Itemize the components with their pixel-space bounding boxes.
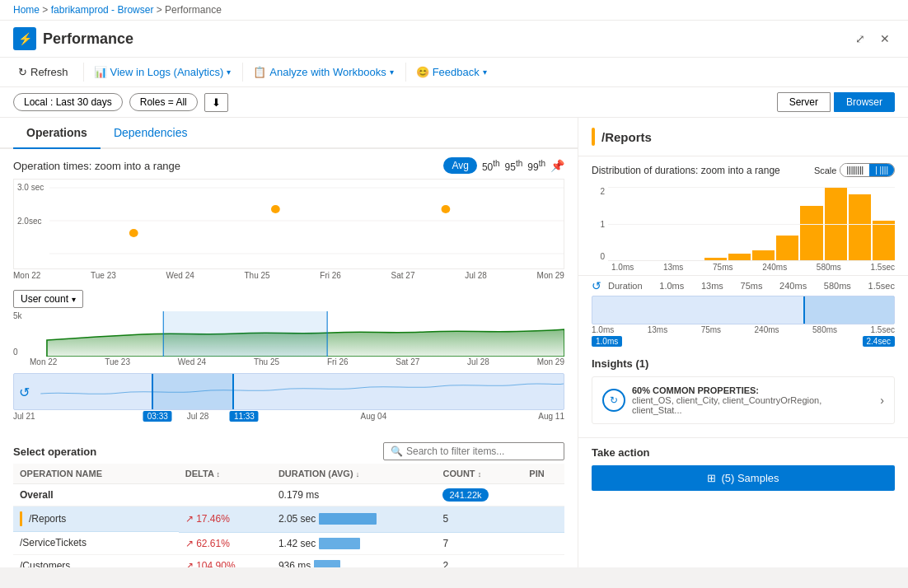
- histogram-x-labels: 1.0ms 13ms 75ms 240ms 580ms 1.5sec: [592, 261, 895, 272]
- chevron-down-icon-2: ▾: [390, 68, 394, 77]
- right-panel: /Reports Distribution of durations: zoom…: [578, 118, 908, 567]
- table-icon: ⊞: [707, 472, 716, 484]
- timeline-reset-button[interactable]: ↺: [19, 384, 30, 399]
- refresh-button[interactable]: ↻ Refresh: [13, 63, 73, 82]
- breadcrumb: Home > fabrikamprod - Browser > Performa…: [0, 0, 908, 21]
- table-row[interactable]: /Customers ↗ 104.90% 936 ms 2: [13, 554, 564, 567]
- roles-filter-button[interactable]: Roles = All: [129, 93, 198, 111]
- hist-bar: [800, 206, 822, 262]
- search-icon: 🔍: [391, 446, 403, 457]
- col-pin[interactable]: PIN: [522, 464, 564, 484]
- browser-view-button[interactable]: Browser: [834, 92, 895, 112]
- col-operation-name[interactable]: OPERATION NAME: [13, 464, 179, 484]
- scale-linear-button[interactable]: ||||||||: [840, 164, 869, 176]
- col-duration[interactable]: DURATION (AVG) ↓: [272, 464, 437, 484]
- samples-button[interactable]: ⊞ (5) Samples: [592, 465, 895, 491]
- hist-bar: [776, 236, 798, 262]
- duration-reset-button[interactable]: ↺: [592, 279, 601, 292]
- insights-section: Insights (1) ↻ 60% COMMON PROPERTIES: cl…: [578, 349, 908, 431]
- server-view-button[interactable]: Server: [777, 92, 831, 112]
- feedback-button[interactable]: 😊 Feedback ▾: [405, 63, 492, 82]
- avg-button[interactable]: Avg: [443, 157, 476, 174]
- duration-marker-2: 2.4sec: [863, 336, 895, 347]
- chart-title: Operation times: zoom into a range: [13, 160, 180, 172]
- area-chart: 5k 0: [13, 311, 564, 357]
- chevron-down-icon: ▾: [227, 68, 231, 77]
- breadcrumb-fabrikam[interactable]: fabrikamprod - Browser: [51, 4, 154, 16]
- scale-toggle[interactable]: |||||||| | ||||: [840, 163, 895, 177]
- p99-button[interactable]: 99th: [527, 159, 545, 173]
- filter-icon: ⬇: [212, 96, 221, 109]
- user-count-dropdown[interactable]: User count ▾: [13, 290, 83, 308]
- feedback-icon: 😊: [416, 66, 429, 78]
- select-operation-label: Select operation: [13, 446, 96, 458]
- histogram: 2 1 0: [578, 184, 908, 275]
- logs-icon: 📊: [94, 66, 107, 78]
- operations-table: OPERATION NAME DELTA ↕ DURATION (AVG) ↓ …: [13, 464, 564, 567]
- timeline-section: ↺ Jul 21 Jul 28 Aug 04 Aug 11 03:33 11:3…: [0, 373, 578, 427]
- page-title: Performance: [43, 30, 133, 48]
- insight-icon: ↻: [602, 389, 625, 412]
- duration-brush: [592, 296, 895, 324]
- svg-point-5: [442, 205, 451, 213]
- table-row[interactable]: /Reports ↗ 17.46% 2.05 sec 5: [13, 506, 564, 533]
- title-icon: ⚡: [13, 27, 36, 50]
- col-count[interactable]: COUNT ↕: [436, 464, 522, 484]
- svg-point-3: [129, 229, 138, 237]
- tabs: Operations Dependencies: [0, 118, 578, 149]
- breadcrumb-home[interactable]: Home: [13, 4, 40, 16]
- p95-button[interactable]: 95th: [505, 159, 523, 173]
- insight-desc: client_OS, client_City, client_CountryOr…: [632, 395, 873, 415]
- timeline-marker-1: 03:33: [143, 411, 172, 422]
- hist-bar: [873, 221, 895, 262]
- left-panel: Operations Dependencies Operation times:…: [0, 118, 578, 567]
- search-input[interactable]: [406, 446, 557, 457]
- breadcrumb-current: Performance: [165, 4, 222, 16]
- duration-marker-1: 1.0ms: [592, 336, 622, 347]
- take-action-title: Take action: [592, 446, 895, 459]
- p50-button[interactable]: 50th: [482, 159, 500, 173]
- title-bar: ⚡ Performance ⤢ ✕: [0, 21, 908, 58]
- chevron-down-icon-3: ▾: [483, 68, 487, 77]
- chart-x-labels: Mon 22 Tue 23 Wed 24 Thu 25 Fri 26 Sat 2…: [13, 269, 564, 282]
- filter-icon-button[interactable]: ⬇: [204, 93, 228, 112]
- window-restore-button[interactable]: ⤢: [850, 30, 870, 47]
- svg-point-4: [271, 205, 280, 213]
- hist-bar: [849, 194, 871, 261]
- table-row[interactable]: /ServiceTickets ↗ 62.61% 1.42 sec 7: [13, 532, 564, 554]
- insights-title: Insights (1): [592, 357, 895, 370]
- col-delta[interactable]: DELTA ↕: [179, 464, 272, 484]
- operations-table-container: OPERATION NAME DELTA ↕ DURATION (AVG) ↓ …: [0, 464, 578, 567]
- insight-pct: 60% COMMON PROPERTIES:: [632, 385, 873, 395]
- tab-operations[interactable]: Operations: [13, 118, 101, 149]
- refresh-icon: ↻: [18, 66, 27, 78]
- tab-dependencies[interactable]: Dependencies: [101, 118, 201, 147]
- reports-color-bar: [592, 128, 595, 146]
- toolbar: ↻ Refresh 📊 View in Logs (Analytics) ▾ 📋…: [0, 58, 908, 87]
- filter-bar: Local : Last 30 days Roles = All ⬇ Serve…: [0, 87, 908, 118]
- chevron-down-icon-4: ▾: [72, 295, 76, 304]
- timeline-marker-2: 11:33: [230, 411, 259, 422]
- chart-section: Operation times: zoom into a range Avg 5…: [0, 149, 578, 290]
- workbooks-icon: 📋: [253, 66, 266, 78]
- user-count-section: User count ▾ 5k 0: [0, 290, 578, 373]
- scatter-chart: 3.0 sec 2.0sec: [13, 179, 564, 269]
- search-box[interactable]: 🔍: [383, 442, 564, 460]
- duration-row: ↺ Duration 1.0ms 13ms 75ms 240ms 580ms 1…: [578, 275, 908, 296]
- time-filter-button[interactable]: Local : Last 30 days: [13, 93, 123, 111]
- reports-header: /Reports: [578, 118, 908, 156]
- insight-card[interactable]: ↻ 60% COMMON PROPERTIES: client_OS, clie…: [592, 376, 895, 424]
- analyze-workbooks-button[interactable]: 📋 Analyze with Workbooks ▾: [242, 63, 398, 82]
- reports-title: /Reports: [601, 130, 652, 144]
- window-close-button[interactable]: ✕: [875, 30, 895, 47]
- svg-rect-6: [163, 311, 327, 357]
- view-logs-button[interactable]: 📊 View in Logs (Analytics) ▾: [83, 63, 236, 82]
- take-action-section: Take action ⊞ (5) Samples: [578, 437, 908, 499]
- pin-chart-button[interactable]: 📌: [550, 159, 564, 172]
- distribution-header: Distribution of durations: zoom into a r…: [578, 156, 908, 184]
- scale-label: Scale: [814, 166, 837, 175]
- hist-bar: [752, 250, 775, 262]
- chevron-right-icon: ›: [880, 394, 884, 407]
- table-row[interactable]: Overall 0.179 ms 241.22k: [13, 484, 564, 506]
- scale-log-button[interactable]: | ||||: [869, 164, 894, 176]
